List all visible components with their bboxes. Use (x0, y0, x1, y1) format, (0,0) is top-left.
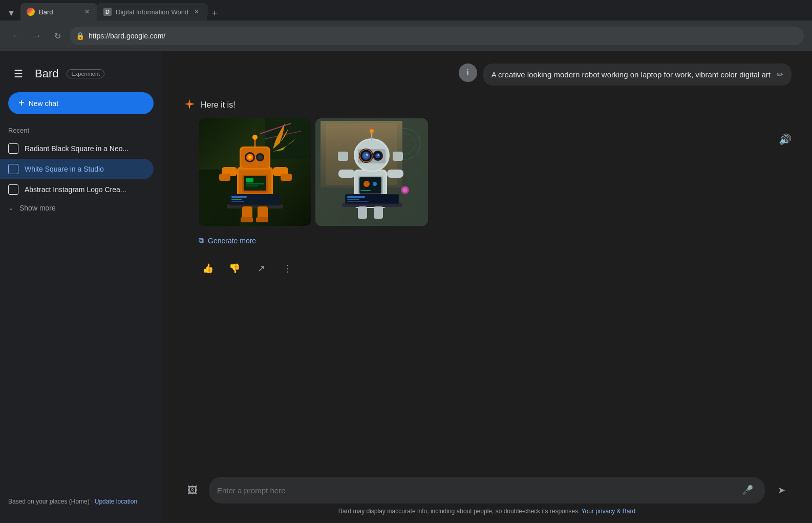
disclaimer-text: Bard may display inaccurate info, includ… (338, 508, 580, 515)
chat-item-3[interactable]: Abstract Instagram Logo Crea... (0, 179, 154, 200)
svg-rect-79 (374, 206, 383, 219)
plus-icon: + (18, 97, 25, 109)
sidebar-footer: Based on your places (Home) · Update loc… (0, 489, 162, 515)
main-content: 🔊 i A creative looking modern robot work… (162, 51, 812, 523)
svg-rect-9 (246, 178, 253, 182)
svg-rect-67 (393, 152, 403, 161)
svg-rect-75 (347, 196, 365, 198)
show-more-label: Show more (19, 204, 56, 212)
location-text: Based on your places (Home) · (8, 498, 95, 505)
tab-bard-close[interactable]: ✕ (83, 8, 91, 16)
svg-rect-29 (231, 196, 247, 198)
mic-button[interactable]: 🎤 (738, 481, 757, 499)
prompt-input-wrapper: 🎤 (209, 477, 765, 504)
svg-rect-10 (246, 183, 264, 184)
url-bar[interactable]: 🔒 https://bard.google.com/ (70, 27, 804, 45)
generate-more-button[interactable]: ⧉ Generate more (182, 232, 792, 245)
image-upload-button[interactable]: 🖼 (182, 480, 203, 500)
svg-rect-30 (231, 199, 242, 200)
robot-svg-1 (199, 118, 311, 226)
chat-item-3-label: Abstract Instagram Logo Crea... (25, 185, 126, 194)
robot-image-2[interactable] (315, 118, 428, 226)
browser-chrome: ▼ Bard ✕ D Digital Information World ✕ +… (0, 0, 812, 51)
disclaimer: Bard may display inaccurate info, includ… (182, 504, 792, 519)
tab-diw-label: Digital Information World (116, 8, 188, 16)
more-options-button[interactable]: ⋮ (279, 259, 297, 278)
recent-label: Recent (0, 122, 162, 138)
sidebar: ☰ Bard Experiment + New chat Recent Radi… (0, 51, 162, 523)
share-button[interactable]: ↗ (252, 259, 270, 278)
svg-rect-31 (231, 201, 244, 202)
chat-item-1-label: Radiant Black Square in a Neo... (25, 144, 129, 153)
sidebar-header: ☰ Bard Experiment (0, 59, 162, 92)
tab-bard[interactable]: Bard ✕ (20, 3, 97, 20)
svg-rect-70 (338, 170, 355, 178)
response-action-bar: 👍 👎 ↗ ⋮ (182, 251, 792, 278)
svg-rect-76 (347, 199, 359, 200)
app: ☰ Bard Experiment + New chat Recent Radi… (0, 51, 812, 523)
bard-intro-text: Here it is! (201, 100, 236, 110)
new-chat-label: New chat (29, 99, 58, 108)
robot-image-1[interactable] (199, 118, 311, 226)
address-bar: ← → ↻ 🔒 https://bard.google.com/ (0, 20, 812, 51)
tab-bar: ▼ Bard ✕ D Digital Information World ✕ + (0, 0, 812, 20)
edit-icon[interactable]: ✏ (777, 70, 783, 79)
tab-dropdown-btn[interactable]: ▼ (4, 6, 18, 20)
thumbs-down-button[interactable]: 👎 (225, 259, 244, 278)
robot-svg-2 (315, 118, 428, 226)
svg-point-59 (364, 153, 369, 158)
new-tab-button[interactable]: + (207, 6, 222, 20)
thumbs-up-button[interactable]: 👍 (199, 259, 217, 278)
svg-rect-37 (256, 217, 268, 222)
url-text: https://bard.google.com/ (89, 32, 165, 40)
svg-rect-25 (281, 174, 292, 181)
svg-rect-24 (219, 174, 230, 181)
chat-icon-1 (8, 143, 18, 154)
bard-favicon (27, 8, 35, 16)
input-area: 🖼 🎤 ➤ Bard may display inaccurate info, … (162, 469, 812, 523)
experiment-badge: Experiment (67, 69, 104, 78)
svg-point-21 (252, 135, 258, 140)
forward-button[interactable]: → (29, 28, 45, 44)
hamburger-button[interactable]: ☰ (8, 64, 29, 84)
chat-icon-2 (8, 164, 18, 174)
send-button[interactable]: ➤ (771, 480, 792, 500)
sound-button[interactable]: 🔊 (779, 133, 792, 145)
generate-more-label: Generate more (208, 237, 256, 245)
back-button[interactable]: ← (8, 28, 25, 44)
privacy-link[interactable]: Your privacy & Bard (582, 508, 636, 515)
input-row: 🖼 🎤 ➤ (182, 477, 792, 504)
update-location-link[interactable]: Update location (95, 498, 137, 505)
app-title: Bard (35, 67, 58, 80)
svg-point-19 (258, 155, 263, 160)
chevron-down-icon: ⌄ (8, 204, 13, 212)
reload-button[interactable]: ↻ (49, 28, 66, 44)
svg-rect-77 (347, 201, 369, 202)
user-prompt-text: A creative looking modern robot working … (492, 70, 771, 79)
svg-point-17 (249, 156, 251, 158)
svg-rect-36 (241, 217, 253, 222)
diw-favicon: D (103, 8, 112, 16)
svg-point-51 (373, 182, 377, 186)
bard-star-icon (182, 98, 197, 112)
svg-point-69 (370, 129, 374, 133)
tab-diw[interactable]: D Digital Information World ✕ (97, 3, 207, 20)
tab-diw-close[interactable]: ✕ (193, 8, 201, 16)
svg-point-65 (377, 154, 379, 156)
generated-images (182, 118, 792, 226)
svg-rect-11 (246, 185, 258, 186)
new-chat-button[interactable]: + New chat (8, 92, 154, 114)
user-message: i A creative looking modern robot workin… (182, 64, 792, 86)
chat-item-1[interactable]: Radiant Black Square in a Neo... (0, 138, 154, 159)
show-more-button[interactable]: ⌄ Show more (0, 200, 162, 216)
prompt-input[interactable] (217, 486, 734, 495)
svg-point-60 (366, 154, 368, 156)
svg-point-81 (402, 187, 408, 193)
generate-more-icon: ⧉ (199, 236, 204, 245)
svg-rect-52 (360, 190, 371, 191)
chat-item-2[interactable]: White Square in a Studio (0, 159, 154, 179)
chat-area: 🔊 i A creative looking modern robot work… (162, 51, 812, 469)
user-bubble: A creative looking modern robot working … (483, 64, 792, 86)
chat-icon-3 (8, 184, 18, 195)
tab-bard-label: Bard (39, 8, 53, 16)
